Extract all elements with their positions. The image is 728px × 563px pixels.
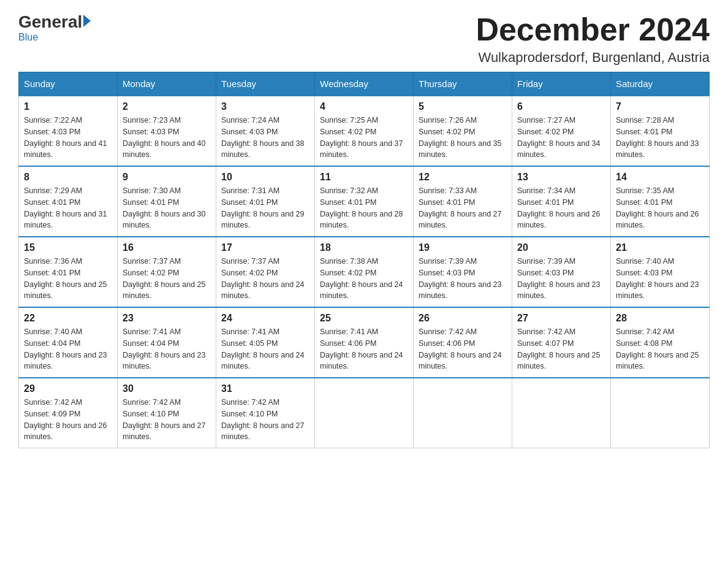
day-number: 19 [419, 242, 507, 253]
day-number: 5 [419, 101, 507, 112]
day-number: 20 [517, 242, 605, 253]
day-info: Sunrise: 7:26 AMSunset: 4:02 PMDaylight:… [419, 115, 507, 161]
calendar-day-cell: 19Sunrise: 7:39 AMSunset: 4:03 PMDayligh… [414, 237, 512, 307]
calendar-day-cell: 17Sunrise: 7:37 AMSunset: 4:02 PMDayligh… [216, 237, 315, 307]
calendar-week-row: 1Sunrise: 7:22 AMSunset: 4:03 PMDaylight… [19, 96, 710, 166]
day-info: Sunrise: 7:29 AMSunset: 4:01 PMDaylight:… [24, 185, 112, 231]
logo-arrow-icon [83, 15, 91, 27]
calendar-day-cell: 1Sunrise: 7:22 AMSunset: 4:03 PMDaylight… [19, 96, 118, 166]
day-info: Sunrise: 7:42 AMSunset: 4:08 PMDaylight:… [616, 326, 704, 372]
calendar-day-cell: 6Sunrise: 7:27 AMSunset: 4:02 PMDaylight… [512, 96, 611, 166]
page-header: General Blue December 2024 Wulkaprodersd… [18, 12, 710, 66]
logo-blue-text: Blue [18, 32, 38, 43]
calendar-day-cell: 31Sunrise: 7:42 AMSunset: 4:10 PMDayligh… [216, 378, 315, 448]
calendar-day-cell: 22Sunrise: 7:40 AMSunset: 4:04 PMDayligh… [19, 307, 118, 378]
day-info: Sunrise: 7:31 AMSunset: 4:01 PMDaylight:… [221, 185, 309, 231]
day-number: 7 [616, 101, 704, 112]
day-number: 31 [221, 383, 309, 394]
day-number: 16 [123, 242, 211, 253]
day-info: Sunrise: 7:40 AMSunset: 4:03 PMDaylight:… [616, 256, 704, 302]
calendar-day-cell: 23Sunrise: 7:41 AMSunset: 4:04 PMDayligh… [118, 307, 216, 378]
calendar-day-cell: 15Sunrise: 7:36 AMSunset: 4:01 PMDayligh… [19, 237, 118, 307]
day-number: 11 [320, 172, 408, 183]
calendar-table: SundayMondayTuesdayWednesdayThursdayFrid… [18, 72, 710, 448]
day-info: Sunrise: 7:42 AMSunset: 4:07 PMDaylight:… [517, 326, 605, 372]
weekday-header-wednesday: Wednesday [315, 72, 414, 96]
calendar-day-cell: 18Sunrise: 7:38 AMSunset: 4:02 PMDayligh… [315, 237, 414, 307]
day-info: Sunrise: 7:39 AMSunset: 4:03 PMDaylight:… [419, 256, 507, 302]
calendar-day-cell: 20Sunrise: 7:39 AMSunset: 4:03 PMDayligh… [512, 237, 611, 307]
calendar-day-cell: 28Sunrise: 7:42 AMSunset: 4:08 PMDayligh… [611, 307, 710, 378]
logo: General Blue [18, 12, 91, 43]
day-info: Sunrise: 7:37 AMSunset: 4:02 PMDaylight:… [123, 256, 211, 302]
calendar-day-cell: 24Sunrise: 7:41 AMSunset: 4:05 PMDayligh… [216, 307, 315, 378]
weekday-header-saturday: Saturday [611, 72, 710, 96]
day-info: Sunrise: 7:42 AMSunset: 4:09 PMDaylight:… [24, 397, 112, 443]
day-number: 26 [419, 313, 507, 324]
location-subtitle: Wulkaprodersdorf, Burgenland, Austria [476, 50, 710, 66]
day-info: Sunrise: 7:32 AMSunset: 4:01 PMDaylight:… [320, 185, 408, 231]
day-info: Sunrise: 7:40 AMSunset: 4:04 PMDaylight:… [24, 326, 112, 372]
day-number: 6 [517, 101, 605, 112]
calendar-day-cell: 27Sunrise: 7:42 AMSunset: 4:07 PMDayligh… [512, 307, 611, 378]
logo-general-text: General [18, 12, 82, 32]
day-info: Sunrise: 7:35 AMSunset: 4:01 PMDaylight:… [616, 185, 704, 231]
day-number: 17 [221, 242, 309, 253]
calendar-day-cell: 9Sunrise: 7:30 AMSunset: 4:01 PMDaylight… [118, 166, 216, 237]
weekday-header-friday: Friday [512, 72, 611, 96]
calendar-day-cell: 30Sunrise: 7:42 AMSunset: 4:10 PMDayligh… [118, 378, 216, 448]
calendar-day-cell: 10Sunrise: 7:31 AMSunset: 4:01 PMDayligh… [216, 166, 315, 237]
calendar-day-cell: 8Sunrise: 7:29 AMSunset: 4:01 PMDaylight… [19, 166, 118, 237]
calendar-day-cell: 11Sunrise: 7:32 AMSunset: 4:01 PMDayligh… [315, 166, 414, 237]
day-number: 28 [616, 313, 704, 324]
calendar-day-cell: 2Sunrise: 7:23 AMSunset: 4:03 PMDaylight… [118, 96, 216, 166]
calendar-empty-cell [512, 378, 611, 448]
day-number: 27 [517, 313, 605, 324]
day-info: Sunrise: 7:41 AMSunset: 4:05 PMDaylight:… [221, 326, 309, 372]
calendar-day-cell: 29Sunrise: 7:42 AMSunset: 4:09 PMDayligh… [19, 378, 118, 448]
calendar-day-cell: 12Sunrise: 7:33 AMSunset: 4:01 PMDayligh… [414, 166, 512, 237]
weekday-header-sunday: Sunday [19, 72, 118, 96]
day-number: 13 [517, 172, 605, 183]
calendar-header-row: SundayMondayTuesdayWednesdayThursdayFrid… [19, 72, 710, 96]
day-info: Sunrise: 7:36 AMSunset: 4:01 PMDaylight:… [24, 256, 112, 302]
day-number: 2 [123, 101, 211, 112]
calendar-day-cell: 3Sunrise: 7:24 AMSunset: 4:03 PMDaylight… [216, 96, 315, 166]
calendar-day-cell: 21Sunrise: 7:40 AMSunset: 4:03 PMDayligh… [611, 237, 710, 307]
day-number: 12 [419, 172, 507, 183]
day-number: 14 [616, 172, 704, 183]
weekday-header-monday: Monday [118, 72, 216, 96]
day-info: Sunrise: 7:22 AMSunset: 4:03 PMDaylight:… [24, 115, 112, 161]
day-info: Sunrise: 7:39 AMSunset: 4:03 PMDaylight:… [517, 256, 605, 302]
calendar-day-cell: 26Sunrise: 7:42 AMSunset: 4:06 PMDayligh… [414, 307, 512, 378]
calendar-day-cell: 4Sunrise: 7:25 AMSunset: 4:02 PMDaylight… [315, 96, 414, 166]
day-number: 15 [24, 242, 112, 253]
day-info: Sunrise: 7:24 AMSunset: 4:03 PMDaylight:… [221, 115, 309, 161]
day-number: 4 [320, 101, 408, 112]
calendar-day-cell: 16Sunrise: 7:37 AMSunset: 4:02 PMDayligh… [118, 237, 216, 307]
calendar-week-row: 22Sunrise: 7:40 AMSunset: 4:04 PMDayligh… [19, 307, 710, 378]
day-number: 8 [24, 172, 112, 183]
weekday-header-tuesday: Tuesday [216, 72, 315, 96]
day-number: 23 [123, 313, 211, 324]
day-number: 1 [24, 101, 112, 112]
day-info: Sunrise: 7:30 AMSunset: 4:01 PMDaylight:… [123, 185, 211, 231]
day-number: 30 [123, 383, 211, 394]
day-number: 9 [123, 172, 211, 183]
day-info: Sunrise: 7:37 AMSunset: 4:02 PMDaylight:… [221, 256, 309, 302]
day-number: 22 [24, 313, 112, 324]
calendar-day-cell: 7Sunrise: 7:28 AMSunset: 4:01 PMDaylight… [611, 96, 710, 166]
title-section: December 2024 Wulkaprodersdorf, Burgenla… [476, 12, 710, 66]
calendar-week-row: 8Sunrise: 7:29 AMSunset: 4:01 PMDaylight… [19, 166, 710, 237]
day-number: 3 [221, 101, 309, 112]
day-number: 21 [616, 242, 704, 253]
calendar-day-cell: 25Sunrise: 7:41 AMSunset: 4:06 PMDayligh… [315, 307, 414, 378]
day-number: 10 [221, 172, 309, 183]
calendar-day-cell: 5Sunrise: 7:26 AMSunset: 4:02 PMDaylight… [414, 96, 512, 166]
day-info: Sunrise: 7:25 AMSunset: 4:02 PMDaylight:… [320, 115, 408, 161]
calendar-empty-cell [414, 378, 512, 448]
calendar-empty-cell [611, 378, 710, 448]
day-info: Sunrise: 7:42 AMSunset: 4:10 PMDaylight:… [221, 397, 309, 443]
calendar-empty-cell [315, 378, 414, 448]
day-info: Sunrise: 7:28 AMSunset: 4:01 PMDaylight:… [616, 115, 704, 161]
